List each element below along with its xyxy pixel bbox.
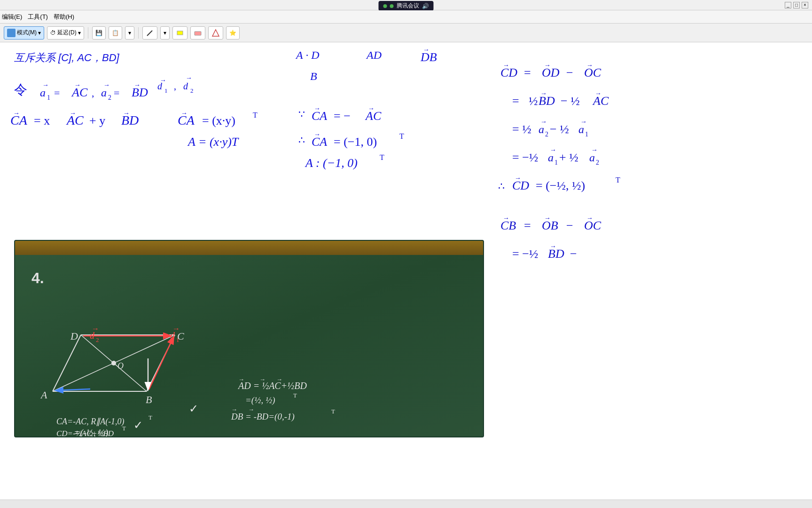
svg-text:d: d bbox=[157, 81, 163, 91]
svg-text:CD: CD bbox=[500, 66, 517, 79]
math-top-area: 互斥关系 [C], AC，BD] A · D AD → DB B 令 → a 1… bbox=[0, 42, 489, 245]
svg-text:−: − bbox=[566, 219, 573, 232]
svg-text:,: , bbox=[92, 87, 94, 99]
shape-button[interactable] bbox=[208, 26, 223, 40]
svg-text:DB: DB bbox=[420, 50, 437, 64]
svg-text:= x: = x bbox=[34, 114, 50, 127]
mode-icon bbox=[7, 29, 16, 37]
svg-text:T: T bbox=[148, 414, 152, 421]
maximize-button[interactable]: □ bbox=[793, 2, 800, 8]
svg-text:1: 1 bbox=[47, 94, 50, 101]
copy-icon: 📋 bbox=[112, 30, 119, 36]
menu-bar: 编辑(E) 工具(T) 帮助(H) bbox=[0, 10, 812, 24]
star-button[interactable]: ⭐ bbox=[226, 26, 240, 40]
mode-label: 模式(M) bbox=[17, 29, 37, 37]
delay-button[interactable]: ⏱ 延迟(D) ▾ bbox=[47, 26, 84, 40]
svg-text:∵: ∵ bbox=[298, 108, 305, 120]
delay-label: 延迟(D) bbox=[57, 29, 77, 37]
svg-text:= −: = − bbox=[334, 109, 351, 123]
svg-line-0 bbox=[147, 31, 152, 36]
delay-dropdown-icon: ▾ bbox=[78, 30, 81, 36]
svg-text:BD: BD bbox=[132, 86, 148, 99]
svg-text:T: T bbox=[380, 153, 384, 161]
brush-button[interactable]: ▾ bbox=[125, 26, 134, 40]
svg-text:AC: AC bbox=[365, 109, 382, 123]
svg-text:2: 2 bbox=[96, 336, 99, 343]
svg-text:∴: ∴ bbox=[298, 134, 305, 146]
svg-text:a: a bbox=[578, 123, 584, 135]
top-math-svg: 互斥关系 [C], AC，BD] A · D AD → DB B 令 → a 1… bbox=[0, 42, 489, 245]
whiteboard[interactable]: 互斥关系 [C], AC，BD] A · D AD → DB B 令 → a 1… bbox=[0, 42, 812, 508]
separator-1 bbox=[88, 27, 88, 39]
highlighter-button[interactable] bbox=[172, 26, 187, 40]
pen-button[interactable] bbox=[142, 26, 157, 40]
menu-item-tools[interactable]: 工具(T) bbox=[28, 13, 48, 21]
svg-rect-3 bbox=[195, 32, 201, 35]
svg-text:= −½: = −½ bbox=[512, 247, 538, 261]
svg-text:− ½: − ½ bbox=[561, 94, 580, 108]
svg-text:CA: CA bbox=[178, 113, 195, 127]
eraser-button[interactable] bbox=[190, 26, 205, 40]
math-right-area: → CD = → OD − → OC = ½ → BD − ½ → A bbox=[489, 42, 812, 508]
svg-text:AD: AD bbox=[366, 49, 382, 61]
svg-text:a: a bbox=[101, 87, 107, 99]
svg-text:OB: OB bbox=[542, 219, 558, 232]
svg-text:a: a bbox=[40, 87, 46, 99]
main-content: 互斥关系 [C], AC，BD] A · D AD → DB B 令 → a 1… bbox=[0, 42, 812, 508]
svg-rect-2 bbox=[177, 31, 183, 35]
chalkboard-image: 4. O bbox=[14, 240, 484, 437]
svg-text:−: − bbox=[570, 247, 577, 261]
minimize-button[interactable]: _ bbox=[785, 2, 791, 8]
eraser-icon bbox=[194, 29, 202, 37]
svg-text:B: B bbox=[310, 70, 317, 82]
svg-text:2: 2 bbox=[545, 131, 548, 138]
svg-text:✓: ✓ bbox=[133, 419, 143, 431]
bottom-bar bbox=[0, 500, 812, 508]
svg-text:T: T bbox=[616, 176, 620, 184]
window-controls[interactable]: _ □ × bbox=[785, 2, 812, 8]
svg-text:2: 2 bbox=[596, 159, 599, 166]
svg-text:A : (−1, 0): A : (−1, 0) bbox=[304, 156, 358, 170]
svg-text:令: 令 bbox=[14, 82, 27, 97]
svg-text:d: d bbox=[183, 81, 188, 91]
svg-text:互斥关系 [C], AC，BD]: 互斥关系 [C], AC，BD] bbox=[14, 52, 120, 64]
svg-text:2: 2 bbox=[108, 94, 111, 101]
highlighter-icon bbox=[176, 29, 184, 37]
svg-text:BD: BD bbox=[548, 247, 564, 261]
svg-text:→: → bbox=[248, 406, 254, 413]
svg-text:CA: CA bbox=[312, 109, 327, 123]
svg-text:+ ½: + ½ bbox=[559, 151, 578, 164]
svg-text:+ y: + y bbox=[89, 114, 105, 127]
meeting-audio-icon: 🔊 bbox=[422, 3, 429, 9]
shape-icon bbox=[211, 29, 220, 37]
svg-text:a: a bbox=[589, 151, 595, 164]
svg-text:=: = bbox=[114, 87, 119, 99]
signal-dot-1 bbox=[383, 4, 387, 8]
svg-text:T: T bbox=[293, 392, 297, 399]
svg-text:CA=-AC, R∥A(-1,0): CA=-AC, R∥A(-1,0) bbox=[56, 417, 125, 427]
menu-item-edit[interactable]: 编辑(E) bbox=[2, 13, 22, 21]
close-button[interactable]: × bbox=[802, 2, 808, 8]
svg-text:CB: CB bbox=[500, 219, 516, 232]
save-icon: 💾 bbox=[95, 30, 102, 36]
copy-button[interactable]: 📋 bbox=[109, 26, 122, 40]
svg-text:CA: CA bbox=[312, 135, 327, 149]
svg-text:AC: AC bbox=[66, 113, 84, 127]
svg-text:= −½: = −½ bbox=[512, 151, 538, 164]
svg-text:d: d bbox=[90, 330, 95, 341]
delay-icon: ⏱ bbox=[50, 30, 56, 36]
svg-text:=(-½, ½): =(-½, ½) bbox=[74, 428, 109, 437]
svg-text:a: a bbox=[539, 123, 544, 135]
svg-text:= ½: = ½ bbox=[512, 122, 531, 136]
svg-text:,: , bbox=[174, 81, 176, 91]
mode-button[interactable]: 模式(M) ▾ bbox=[4, 26, 44, 40]
save-button[interactable]: 💾 bbox=[92, 26, 106, 40]
signal-dot-2 bbox=[390, 4, 394, 8]
svg-text:= (−1, 0): = (−1, 0) bbox=[334, 135, 377, 149]
svg-text:1: 1 bbox=[585, 131, 588, 138]
svg-text:1: 1 bbox=[164, 87, 168, 94]
svg-text:BD: BD bbox=[121, 113, 139, 127]
pen-dropdown[interactable]: ▾ bbox=[160, 26, 170, 40]
menu-item-help[interactable]: 帮助(H) bbox=[54, 13, 74, 21]
svg-text:1: 1 bbox=[554, 159, 558, 166]
